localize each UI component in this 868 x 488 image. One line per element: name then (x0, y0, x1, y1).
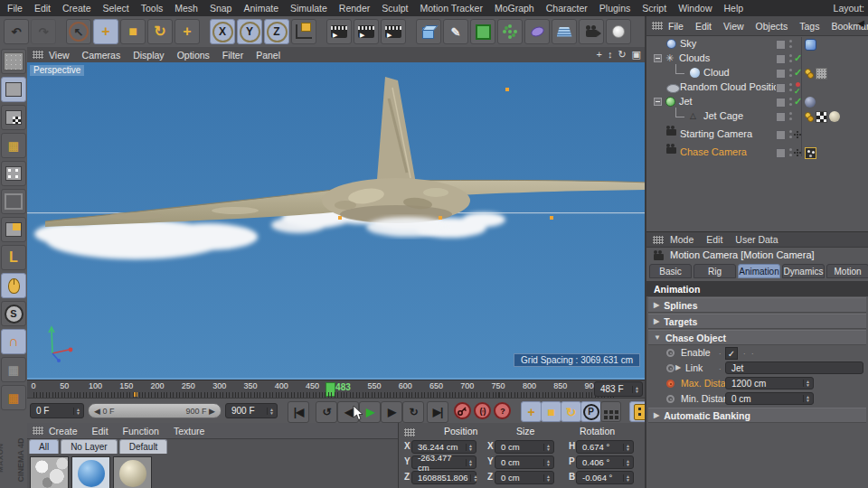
object-label[interactable]: Clouds (679, 52, 710, 63)
menu-motion-tracker[interactable]: Motion Tracker (420, 3, 482, 14)
record-parameter-toggle[interactable]: P (580, 401, 601, 422)
motioncam-tag[interactable] (805, 147, 816, 159)
toggle-panel-icon[interactable] (632, 50, 641, 60)
coordinate-field[interactable]: -0.064 °▲▼ (576, 471, 634, 484)
enabled-state[interactable]: ✓ (794, 81, 801, 96)
record-rotation-toggle[interactable] (561, 401, 581, 422)
phong-tag[interactable] (805, 97, 816, 108)
subdivision-surface-button[interactable] (470, 19, 495, 44)
tab-motion[interactable]: Motion (826, 264, 868, 278)
object-label[interactable]: Starting Camera (680, 128, 752, 139)
xpresso-tag[interactable] (805, 68, 814, 80)
spinner-icon[interactable]: ▲▼ (632, 386, 639, 393)
object-row-chase-camera[interactable]: Chase Camera (646, 145, 868, 160)
pan-view-icon[interactable] (596, 50, 601, 60)
group-automatic-banking[interactable]: ▶Automatic Banking (648, 408, 866, 423)
goto-prev-key-button[interactable]: ↺ (316, 401, 337, 423)
layer-toggle[interactable] (776, 130, 786, 140)
z-axis-lock-button[interactable]: Z (264, 19, 289, 44)
object-menu-file[interactable]: File (668, 21, 684, 32)
object-label[interactable]: Jet (679, 96, 693, 107)
attribute-menu-user-data[interactable]: User Data (735, 234, 778, 245)
tab-rig[interactable]: Rig (693, 264, 736, 278)
keyframe-ring-icon[interactable] (666, 380, 675, 388)
material-menu-create[interactable]: Create (49, 426, 78, 436)
layer-toggle[interactable] (776, 40, 786, 50)
keyframe-ring-icon[interactable] (666, 395, 675, 403)
coordinate-field[interactable]: 0.406 °▲▼ (576, 455, 634, 469)
tab-dynamics[interactable]: Dynamics (782, 264, 825, 278)
render-picture-viewer-button[interactable] (354, 19, 379, 44)
end-frame-field[interactable]: 900 F ▲▼ (225, 403, 278, 418)
attribute-menu-mode[interactable]: Mode (670, 234, 693, 245)
polygons-mode[interactable] (1, 217, 26, 242)
group-splines[interactable]: ▶Splines (648, 297, 866, 313)
visibility-dots[interactable] (789, 148, 792, 151)
camera-target-icon[interactable] (797, 134, 798, 136)
menu-select[interactable]: Select (103, 3, 129, 14)
frame-range-slider[interactable]: ◀ 0 F 900 F ▶ (88, 403, 222, 418)
material-menu-edit[interactable]: Edit (92, 426, 108, 436)
scale-tool-button[interactable] (120, 19, 146, 44)
viewport-menu-display[interactable]: Display (133, 50, 164, 61)
attribute-history-arrow-icon[interactable]: ◀ (857, 18, 864, 28)
tab-basic[interactable]: Basic (649, 264, 692, 278)
group-chase-object[interactable]: ▼Chase Object (648, 330, 866, 345)
record-pla-toggle[interactable] (600, 401, 621, 422)
viewport-menu-panel[interactable]: Panel (256, 50, 280, 61)
object-menu-view[interactable]: View (723, 21, 744, 32)
viewport-menu-options[interactable]: Options (177, 50, 210, 61)
param-field[interactable]: 0 cm▲▼ (725, 392, 814, 405)
menu-plugins[interactable]: Plugins (599, 3, 630, 14)
checker-tag[interactable] (816, 111, 827, 123)
render-view-button[interactable] (326, 19, 352, 44)
visibility-dots[interactable] (789, 54, 792, 57)
timeline-ruler[interactable]: 0501001502002503003504004505506006507007… (27, 380, 645, 399)
menu-mograph[interactable]: MoGraph (495, 3, 534, 14)
object-row-random-cloud-position[interactable]: Random Cloud Position✓ (646, 80, 868, 95)
menu-mesh[interactable]: Mesh (175, 3, 198, 14)
object-label[interactable]: Jet Cage (703, 110, 743, 121)
x-axis-lock-button[interactable]: X (210, 19, 235, 44)
coordinate-field[interactable]: 0.674 °▲▼ (576, 440, 634, 454)
convert-tool[interactable] (1, 49, 26, 74)
spinner-icon[interactable]: ▲▼ (543, 444, 551, 451)
visibility-dots[interactable] (789, 40, 792, 42)
camera-target-icon[interactable] (797, 152, 798, 154)
keyframe-selection-button[interactable]: ? (494, 402, 511, 419)
material-tab-no-layer[interactable]: No Layer (61, 439, 118, 454)
last-tool-button[interactable] (175, 19, 200, 44)
points-mode[interactable] (1, 161, 26, 186)
layer-toggle[interactable] (776, 83, 786, 93)
menu-character[interactable]: Character (546, 3, 588, 14)
spinner-icon[interactable]: ▲▼ (803, 380, 810, 387)
timeline-ruler-strip[interactable]: 0501001502002503003504004505506006507007… (27, 380, 617, 399)
viewport-menu-cameras[interactable]: Cameras (82, 50, 121, 61)
coordinate-system-button[interactable] (291, 19, 316, 44)
object-label[interactable]: Cloud (703, 67, 730, 78)
object-row-starting-camera[interactable]: Starting Camera (646, 127, 868, 142)
material-tab-all[interactable]: All (29, 439, 59, 454)
object-label[interactable]: Sky (680, 38, 696, 49)
panel-grip-icon[interactable] (404, 428, 415, 436)
menu-create[interactable]: Create (62, 3, 91, 14)
rotate-tool-button[interactable] (147, 19, 173, 44)
snap-toggle[interactable] (1, 301, 26, 326)
menu-tools[interactable]: Tools (141, 3, 164, 14)
menu-render[interactable]: Render (339, 3, 370, 14)
record-keyframe-button[interactable] (454, 402, 471, 419)
panel-grip-icon[interactable] (33, 427, 43, 435)
menu-file[interactable]: File (7, 3, 23, 14)
visibility-dots[interactable] (789, 130, 792, 133)
attribute-menu-edit[interactable]: Edit (706, 234, 722, 245)
xpresso-tag[interactable] (805, 111, 814, 123)
move-tool-button[interactable] (93, 19, 118, 44)
material-menu-function[interactable]: Function (123, 426, 159, 436)
coordinate-field[interactable]: -263.477 cm▲▼ (411, 455, 476, 469)
goto-next-key-button[interactable]: ↻ (402, 401, 424, 423)
object-label[interactable]: Random Cloud Position (680, 81, 785, 92)
menu-simulate[interactable]: Simulate (290, 3, 327, 14)
workplane-lock[interactable] (1, 357, 26, 382)
layer-toggle[interactable] (776, 98, 786, 108)
layer-toggle[interactable] (776, 112, 786, 122)
